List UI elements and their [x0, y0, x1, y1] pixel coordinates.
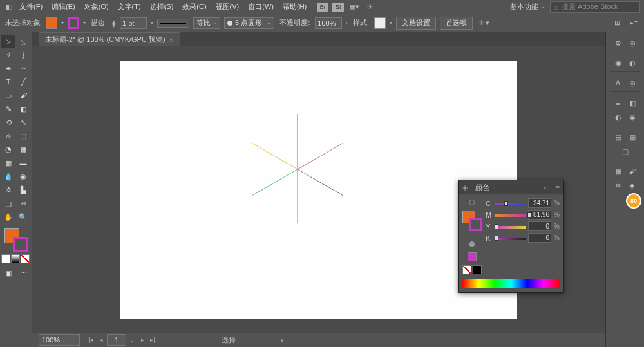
panel-collapse-icon[interactable]: ◈	[462, 183, 468, 192]
hand-tool[interactable]: ✋	[1, 211, 15, 223]
panel-fill-stroke[interactable]	[462, 211, 482, 236]
workspace-switcher[interactable]: 基本功能⌄	[506, 1, 549, 13]
menu-type[interactable]: 文字(T)	[114, 1, 145, 13]
clubs-icon[interactable]: ♣	[626, 179, 639, 192]
style-swatch[interactable]	[374, 17, 386, 29]
character-panel-icon[interactable]: A	[612, 77, 625, 89]
color-panel-tab[interactable]: 颜色	[473, 182, 492, 194]
screen-mode-tool[interactable]: ▣	[1, 267, 15, 279]
free-transform-tool[interactable]: ⬚	[16, 129, 30, 142]
scale-tool[interactable]: ⤡	[16, 116, 30, 129]
color-mode-solid[interactable]	[1, 254, 10, 263]
stroke-preview[interactable]	[157, 19, 189, 28]
edit-toolbar[interactable]: ⋯	[16, 267, 30, 279]
symbol-sprayer-tool[interactable]: ✲	[1, 183, 15, 196]
color-value-field[interactable]: 81.96	[528, 210, 551, 220]
menu-view[interactable]: 视图(V)	[212, 1, 243, 13]
artboards-panel-icon[interactable]: ▢	[619, 145, 632, 158]
gradient-panel-icon[interactable]: ◧	[626, 97, 639, 109]
swatches-panel-icon[interactable]: ▦	[612, 165, 625, 178]
zoom-dropdown[interactable]: 100%⌄	[39, 334, 80, 346]
panel-menu-icon[interactable]: ≡	[556, 183, 560, 191]
menu-effect[interactable]: 效果(C)	[178, 1, 210, 13]
status-play-icon[interactable]: ▸	[281, 336, 285, 344]
artboard-tool[interactable]: ▢	[1, 197, 15, 210]
perspective-tool[interactable]: ▦	[16, 143, 30, 156]
color-panel-icon[interactable]: ◉	[612, 57, 625, 70]
width-tool[interactable]: ⎋	[1, 129, 15, 142]
transparency-panel-icon[interactable]: ◐	[612, 111, 625, 124]
artboard-number-field[interactable]: 1	[107, 334, 126, 346]
arrange-icon[interactable]: ▦▾	[349, 2, 359, 12]
shape-builder-tool[interactable]: ◔	[1, 143, 15, 156]
menu-edit[interactable]: 编辑(E)	[48, 1, 79, 13]
color-guide-panel-icon[interactable]: ◐	[626, 57, 639, 70]
eyedropper-tool[interactable]: 💧	[1, 170, 15, 183]
last-artboard-button[interactable]: ▸|	[148, 335, 157, 344]
direct-selection-tool[interactable]: ◺	[16, 35, 30, 48]
none-swatch[interactable]	[462, 265, 471, 274]
color-mode-none[interactable]	[21, 254, 30, 263]
color-value-field[interactable]: 24.71	[528, 198, 551, 208]
color-slider-y[interactable]	[495, 223, 526, 230]
color-spectrum[interactable]	[462, 279, 560, 288]
shaper-tool[interactable]: ✎	[1, 102, 15, 115]
last-color[interactable]	[468, 252, 477, 261]
mesh-tool[interactable]: ▩	[1, 156, 15, 169]
libraries-panel-icon[interactable]: ◎	[626, 37, 639, 50]
panel-menu-icon[interactable]: ▸≡	[627, 17, 640, 30]
menu-help[interactable]: 帮助(H)	[279, 1, 310, 13]
stroke-panel-icon[interactable]: ≡	[612, 97, 625, 109]
menu-file[interactable]: 文件(F)	[15, 1, 46, 13]
link-icon[interactable]: ⬡	[469, 198, 475, 207]
first-artboard-button[interactable]: |◂	[86, 335, 95, 344]
opacity-field[interactable]: 100%	[315, 17, 342, 29]
search-input[interactable]: ⌕搜索 Adobe Stock	[550, 1, 640, 13]
layers-panel-icon[interactable]: ▤	[612, 131, 625, 144]
black-swatch[interactable]	[473, 265, 482, 274]
close-tab-icon[interactable]: ×	[169, 36, 173, 44]
paintbrush-tool[interactable]: 🖌	[16, 89, 30, 102]
next-artboard-button[interactable]: ▸	[138, 335, 147, 344]
cube-icon[interactable]: ⬢	[469, 240, 475, 249]
line-tool[interactable]: ╱	[16, 75, 30, 88]
panel-expand-icon[interactable]: ››	[543, 183, 547, 191]
color-mode-gradient[interactable]	[11, 254, 20, 263]
uniform-dropdown[interactable]: 等比⌄	[193, 17, 220, 29]
graph-tool[interactable]: ▙	[16, 183, 30, 196]
notification-badge[interactable]: 80	[626, 193, 641, 209]
rotate-tool[interactable]: ⟲	[1, 116, 15, 129]
selection-tool[interactable]: ▷	[1, 35, 15, 48]
gradient-tool[interactable]: ▬	[16, 156, 30, 169]
rectangle-tool[interactable]: ▭	[1, 89, 15, 102]
stroke-weight-field[interactable]: 1 pt	[120, 17, 147, 29]
type-tool[interactable]: T	[1, 75, 15, 88]
bridge-icon[interactable]: Br	[317, 3, 328, 12]
artboard-dropdown[interactable]: ⌄	[128, 335, 137, 344]
menu-object[interactable]: 对象(O)	[80, 1, 113, 13]
color-slider-k[interactable]	[495, 235, 526, 241]
appearance-panel-icon[interactable]: ◉	[626, 111, 639, 124]
cc-panel-icon[interactable]: ◎	[626, 77, 639, 89]
brushes-panel-icon[interactable]: 🖌	[626, 165, 639, 178]
blend-tool[interactable]: ◉	[16, 170, 30, 183]
curvature-tool[interactable]: 〰	[16, 62, 30, 75]
symbols-panel-icon[interactable]: ✲	[612, 179, 625, 192]
align-icon[interactable]: ⊩▾	[479, 19, 489, 27]
fill-swatch[interactable]	[46, 17, 57, 29]
menu-select[interactable]: 选择(S)	[146, 1, 178, 13]
zoom-tool[interactable]: 🔍	[16, 211, 30, 223]
fill-stroke-controls[interactable]	[1, 228, 30, 251]
menu-window[interactable]: 窗口(W)	[244, 1, 278, 13]
color-value-field[interactable]: 0	[528, 221, 551, 231]
lasso-tool[interactable]: ⟆	[16, 48, 30, 61]
color-slider-c[interactable]	[495, 200, 526, 207]
canvas-viewport[interactable]: ◈ 颜色 ›› ≡ ⬡ ⬢ C24.71%M81.96%Y0%K0%	[32, 46, 605, 333]
asset-panel-icon[interactable]: ▦	[626, 131, 639, 144]
prev-artboard-button[interactable]: ◂	[97, 335, 106, 344]
slice-tool[interactable]: ✂	[16, 197, 30, 210]
pen-tool[interactable]: ✒	[1, 62, 15, 75]
eraser-tool[interactable]: ◧	[16, 102, 30, 115]
panel-toggle-icon[interactable]: ⊞	[611, 17, 623, 30]
color-value-field[interactable]: 0	[528, 233, 551, 243]
